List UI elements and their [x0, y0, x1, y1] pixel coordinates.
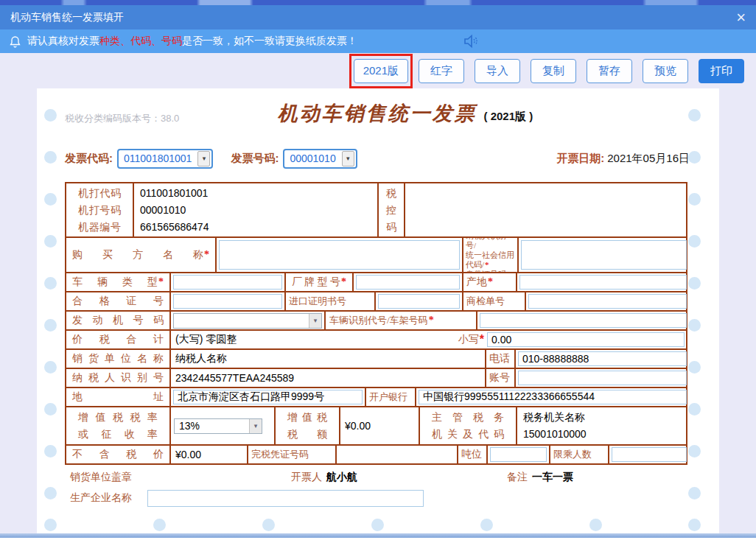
engine-no-select[interactable]: ▾	[173, 313, 322, 329]
manufacturer-label: 生产企业名称	[70, 491, 132, 505]
invoice-form-table: 机打代码 机打号码 机器编号 011001801001 00001010 661…	[65, 182, 687, 465]
required-mark: *	[158, 276, 164, 288]
decorative-circle	[44, 487, 57, 499]
tax-authority-label-line2: 机关及代码	[432, 426, 504, 443]
import-button[interactable]: 导入	[475, 59, 520, 83]
passenger-limit-input[interactable]	[612, 447, 687, 462]
vat-rate-label-line2: 或征收率	[78, 426, 158, 443]
invoice-title: 机动车销售统一发票 ( 2021版 )	[214, 100, 597, 127]
total-words-label: (大写)	[175, 333, 203, 346]
chevron-down-icon: ▾	[249, 419, 262, 433]
brand-model-input[interactable]	[356, 275, 460, 290]
issue-date-label: 开票日期:	[556, 152, 604, 166]
chevron-down-icon: ▾	[197, 151, 210, 166]
decorative-circle	[480, 519, 493, 531]
invoice-title-version: ( 2021版 )	[484, 110, 533, 122]
total-label: 价税合计	[72, 333, 164, 346]
red-letter-button[interactable]: 红字	[419, 59, 464, 83]
version-button[interactable]: 2021版	[354, 59, 408, 83]
decorative-circle	[153, 519, 166, 531]
decorative-circle	[688, 519, 701, 531]
invoice-number-value: 00001010	[290, 152, 335, 164]
decorative-circle	[688, 361, 701, 374]
remark-value: 一车一票	[532, 471, 573, 484]
vat-amount-label-line1: 增值税	[287, 409, 327, 426]
passenger-limit-label: 限乘人数	[553, 448, 592, 461]
phone-input[interactable]: 010-88888888	[518, 351, 687, 366]
decorative-circle	[44, 277, 57, 290]
vat-row: 增值税税率 或征收率 13% ▾ 增值税 税额 ¥0.00	[66, 407, 686, 446]
decorative-circle	[262, 519, 275, 531]
vehicle-type-input[interactable]	[173, 275, 282, 290]
seller-tax-id-value: 2342445577TEAA245589	[175, 372, 294, 384]
codec-version-note: 税收分类编码版本号：38.0	[65, 112, 179, 125]
price-excl-tax-label: 不含税价	[72, 448, 164, 461]
invoice-meta-row: 发票代码: 011001801001 ▾ 发票号码: 00001010 ▾ 开票…	[65, 147, 690, 169]
decorative-circle	[688, 319, 701, 332]
address-input[interactable]: 北京市海淀区杏石口路甲9999号	[173, 390, 363, 404]
total-figures-input[interactable]: 0.00	[487, 332, 685, 347]
decorative-circle	[688, 445, 701, 457]
machine-codes-row: 机打代码 机打号码 机器编号 011001801001 00001010 661…	[66, 183, 686, 238]
invoice-number-select[interactable]: 00001010 ▾	[283, 149, 357, 169]
close-icon[interactable]: ×	[736, 10, 746, 25]
import-cert-no-input[interactable]	[378, 294, 460, 309]
decorative-circle	[44, 361, 57, 374]
notice-bar: 请认真核对发票种类、代码、号码是否一致，如不一致请更换纸质发票！	[0, 29, 756, 53]
machine-number-value: 00001010	[140, 202, 371, 219]
inspection-no-input[interactable]	[528, 294, 687, 309]
origin-input[interactable]	[519, 275, 687, 290]
tax-control-code-area	[405, 183, 689, 236]
bottom-edge-strip	[0, 533, 756, 538]
machine-code-value: 011001801001	[140, 185, 371, 202]
price-row: 不含税价 ¥0.00 完税凭证号码 吨位 限乘人数	[66, 446, 686, 463]
machine-id-label: 机器编号	[78, 219, 121, 236]
invoice-title-text: 机动车销售统一发票	[278, 102, 477, 125]
seller-tax-id-label: 纳税人识别号	[72, 371, 164, 385]
preview-button[interactable]: 预览	[643, 59, 688, 83]
decorative-circle	[371, 519, 384, 531]
seller-name-row: 销货单位名称 纳税人名称 电话 010-88888888	[66, 350, 686, 369]
phone-label: 电话	[489, 352, 510, 365]
required-mark: *	[480, 333, 484, 346]
bell-icon	[9, 35, 21, 48]
draft-button[interactable]: 暂存	[587, 59, 632, 83]
manufacturer-input[interactable]	[147, 490, 424, 507]
vat-amount-value: ¥0.00	[345, 420, 371, 432]
buyer-name-input[interactable]	[219, 240, 460, 270]
decorative-circle	[44, 319, 57, 332]
required-mark: *	[429, 315, 434, 326]
bank-label: 开户银行	[369, 390, 407, 404]
decorative-circle	[44, 151, 57, 164]
required-mark: *	[204, 249, 209, 261]
vat-rate-select[interactable]: 13% ▾	[174, 418, 262, 434]
vat-amount-label-line2: 税额	[287, 426, 327, 443]
decorative-circle	[44, 403, 57, 415]
decorative-circle	[688, 235, 701, 248]
invoice-code-label: 发票代码:	[65, 152, 113, 166]
notice-text: 请认真核对发票种类、代码、号码是否一致，如不一致请更换纸质发票！	[27, 35, 357, 48]
seller-name-value: 纳税人名称	[175, 352, 227, 365]
account-input[interactable]	[518, 371, 687, 385]
bank-input[interactable]: 中国银行99955511122233366655544	[419, 390, 687, 404]
required-mark: *	[341, 276, 346, 288]
remark-label: 备注	[507, 471, 528, 484]
seller-seal-label: 销货单位盖章	[70, 471, 132, 484]
decorative-circle	[688, 403, 701, 415]
price-excl-tax-value: ¥0.00	[175, 449, 201, 460]
engine-vin-row: 发动机号码 ▾ 车辆识别代号/车架号码*	[66, 312, 686, 331]
buyer-id-input[interactable]	[521, 240, 687, 270]
vin-input[interactable]	[480, 313, 687, 328]
copy-button[interactable]: 复制	[531, 59, 576, 83]
tonnage-input[interactable]	[490, 447, 547, 462]
phone-value: 010-88888888	[522, 353, 589, 365]
notice-prefix: 请认真核对发票	[27, 35, 99, 46]
invoice-code-select[interactable]: 011001801001 ▾	[117, 149, 213, 169]
engine-no-label: 发动机号码	[72, 314, 164, 327]
certificate-no-input[interactable]	[173, 294, 282, 309]
address-value: 北京市海淀区杏石口路甲9999号	[178, 390, 324, 404]
decorative-circle	[688, 109, 701, 122]
print-button[interactable]: 打印	[699, 59, 744, 83]
speaker-icon[interactable]	[462, 34, 480, 49]
decorative-circle	[688, 277, 701, 290]
